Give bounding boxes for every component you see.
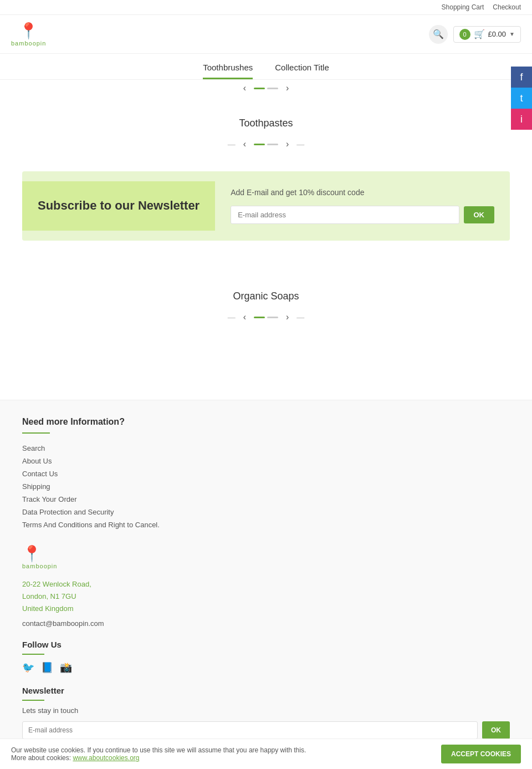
toothpastes-dots: [254, 144, 278, 145]
toothpastes-carousel-row: — ‹ › —: [0, 135, 532, 160]
cookie-bar-text: Our website use cookies. If you continue…: [11, 746, 430, 756]
twitter-footer-icon[interactable]: 🐦: [22, 661, 34, 674]
search-link[interactable]: Search: [22, 444, 45, 452]
instagram-sidebar-btn[interactable]: i: [511, 109, 532, 130]
newsletter-footer-divider: [22, 700, 44, 701]
cart-price: £0.00: [488, 30, 507, 38]
newsletter-email-input[interactable]: [231, 206, 459, 224]
instagram-icon: i: [520, 114, 523, 125]
search-icon: 🔍: [433, 29, 444, 39]
cart-wrap[interactable]: 0 🛒 £0.00 ▼: [453, 26, 521, 43]
toothpastes-section: Toothpastes: [0, 101, 532, 135]
facebook-footer-icon[interactable]: 📘: [41, 661, 53, 674]
shipping-link[interactable]: Shipping: [22, 482, 50, 491]
terms-link[interactable]: Terms And Conditions and Right to Cancel…: [22, 521, 160, 529]
search-button[interactable]: 🔍: [429, 25, 448, 44]
newsletter-form: OK: [231, 206, 494, 224]
organic-soaps-carousel-row: — ‹ › —: [0, 308, 532, 333]
footer-divider: [22, 432, 50, 434]
instagram-footer-icon[interactable]: 📸: [60, 661, 72, 674]
about-us-link[interactable]: About Us: [22, 457, 52, 465]
dropdown-arrow-icon: ▼: [509, 31, 515, 37]
newsletter-heading: Subscribe to our Newsletter: [38, 198, 200, 214]
tab-collection-title[interactable]: Collection Title: [275, 63, 329, 79]
nav-dots: [254, 88, 278, 89]
footer: Need more Information? Search About Us C…: [0, 400, 532, 756]
shopping-cart-link[interactable]: Shopping Cart: [442, 3, 484, 11]
footer-link-shipping[interactable]: Shipping: [22, 482, 510, 491]
follow-us-title: Follow Us: [22, 640, 510, 649]
cookie-bar: Our website use cookies. If you continue…: [0, 739, 532, 756]
footer-links: Search About Us Contact Us Shipping Trac…: [22, 444, 510, 529]
address-line1: 20-22 Wenlock Road,: [22, 578, 510, 590]
toothpastes-title: Toothpastes: [11, 118, 521, 129]
newsletter-footer-desc: Lets stay in touch: [22, 706, 510, 715]
social-icons: 🐦 📘 📸: [22, 661, 510, 674]
nav-next-arrow[interactable]: ›: [283, 82, 292, 94]
nav-dot-1: [254, 88, 265, 89]
footer-email: contact@bamboopin.com: [22, 619, 510, 628]
toothpastes-dot-1: [254, 144, 265, 145]
newsletter-footer-form: OK: [22, 721, 510, 739]
cart-count: 0: [459, 29, 470, 40]
footer-logo-text: bamboopin: [22, 563, 57, 569]
facebook-icon: f: [520, 72, 523, 83]
organic-soaps-prev-arrow[interactable]: ‹: [240, 311, 249, 323]
organic-soaps-dots: [254, 317, 278, 318]
address-line3: United Kingdom: [22, 603, 510, 615]
nav-carousel-row: ‹ ›: [0, 80, 532, 101]
footer-logo[interactable]: 📍 bamboopin: [22, 544, 510, 569]
cookie-link[interactable]: www.aboutcookies.org: [73, 754, 139, 756]
organic-soaps-next-arrow[interactable]: ›: [283, 311, 292, 323]
logo[interactable]: 📍 bamboopin: [11, 22, 46, 47]
newsletter-description: Add E-mail and get 10% discount code: [231, 188, 494, 197]
nav-tabs: Toothbrushes Collection Title: [0, 54, 532, 80]
newsletter-left: Subscribe to our Newsletter: [22, 181, 215, 231]
toothpastes-next-arrow[interactable]: ›: [283, 138, 292, 150]
footer-link-track[interactable]: Track Your Order: [22, 495, 510, 503]
organic-soaps-section: Organic Soaps: [0, 274, 532, 308]
newsletter-banner: Subscribe to our Newsletter Add E-mail a…: [22, 171, 510, 241]
footer-info-title: Need more Information?: [22, 417, 510, 427]
footer-address: 20-22 Wenlock Road, London, N1 7GU Unite…: [22, 578, 510, 615]
header-right: 🔍 0 🛒 £0.00 ▼: [429, 25, 521, 44]
organic-soaps-title: Organic Soaps: [11, 291, 521, 302]
newsletter-footer-title: Newsletter: [22, 686, 510, 695]
contact-us-link[interactable]: Contact Us: [22, 470, 58, 478]
footer-link-terms[interactable]: Terms And Conditions and Right to Cancel…: [22, 520, 510, 529]
address-line2: London, N1 7GU: [22, 590, 510, 603]
twitter-sidebar-btn[interactable]: t: [511, 88, 532, 109]
track-order-link[interactable]: Track Your Order: [22, 495, 77, 503]
follow-us-divider: [22, 654, 44, 655]
header: 📍 bamboopin 🔍 0 🛒 £0.00 ▼: [0, 15, 532, 54]
newsletter-footer-ok-button[interactable]: OK: [482, 721, 510, 739]
footer-link-data[interactable]: Data Protection and Security: [22, 507, 510, 516]
footer-link-about[interactable]: About Us: [22, 456, 510, 465]
facebook-sidebar-btn[interactable]: f: [511, 67, 532, 88]
logo-text: bamboopin: [11, 40, 46, 47]
tab-toothbrushes[interactable]: Toothbrushes: [203, 63, 253, 79]
footer-logo-icon: 📍: [22, 544, 42, 563]
newsletter-right: Add E-mail and get 10% discount code OK: [215, 171, 510, 241]
newsletter-footer-email-input[interactable]: [22, 721, 478, 739]
logo-icon: 📍: [19, 22, 38, 40]
toothpastes-prev-arrow[interactable]: ‹: [240, 138, 249, 150]
footer-link-contact[interactable]: Contact Us: [22, 469, 510, 478]
footer-link-search[interactable]: Search: [22, 444, 510, 452]
checkout-link[interactable]: Checkout: [493, 3, 521, 11]
cookie-message: Our website use cookies. If you continue…: [11, 746, 306, 756]
cart-icon: 🛒: [474, 29, 485, 39]
data-protection-link[interactable]: Data Protection and Security: [22, 508, 114, 516]
newsletter-ok-button[interactable]: OK: [464, 206, 495, 223]
nav-prev-arrow[interactable]: ‹: [240, 82, 249, 94]
organic-soaps-dot-1: [254, 317, 265, 318]
toothpastes-dot-2: [267, 144, 278, 145]
organic-soaps-dot-2: [267, 317, 278, 318]
social-sidebar: f t i: [511, 67, 532, 130]
nav-dot-2: [267, 88, 278, 89]
accept-cookies-button[interactable]: ACCEPT COOKIES: [441, 745, 521, 756]
top-bar: Shopping Cart Checkout: [0, 0, 532, 15]
twitter-icon: t: [520, 93, 523, 104]
